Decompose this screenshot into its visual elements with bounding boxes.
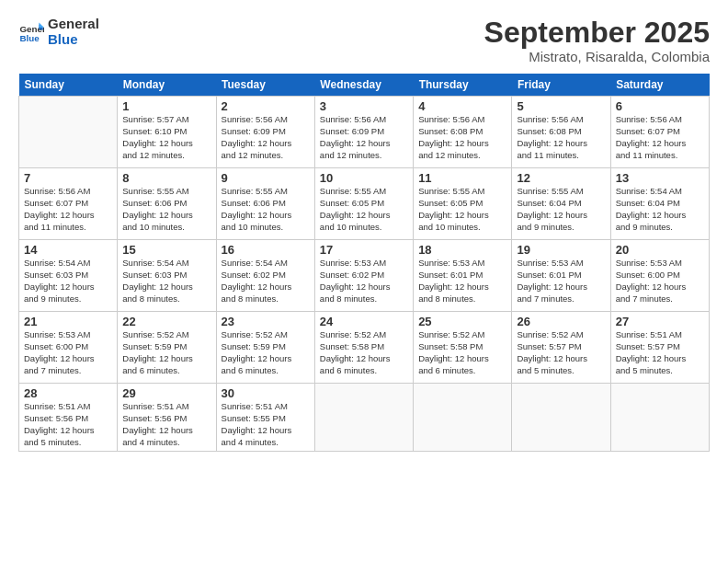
cell-info: Sunrise: 5:57 AMSunset: 6:10 PMDaylight:…	[122, 114, 210, 161]
cell-info: Sunrise: 5:54 AMSunset: 6:03 PMDaylight:…	[24, 258, 112, 304]
cell-2-5: 11Sunrise: 5:55 AMSunset: 6:05 PMDayligh…	[414, 168, 512, 240]
date-number: 17	[320, 243, 408, 257]
calendar-subtitle: Mistrato, Risaralda, Colombia	[484, 49, 710, 64]
cell-info: Sunrise: 5:55 AMSunset: 6:06 PMDaylight:…	[122, 186, 210, 233]
cell-info: Sunrise: 5:53 AMSunset: 6:01 PMDaylight:…	[517, 258, 605, 304]
cell-info: Sunrise: 5:55 AMSunset: 6:05 PMDaylight:…	[418, 186, 506, 233]
cell-1-5: 4Sunrise: 5:56 AMSunset: 6:08 PMDaylight…	[414, 97, 512, 168]
date-number: 10	[320, 171, 408, 185]
cell-2-7: 13Sunrise: 5:54 AMSunset: 6:04 PMDayligh…	[610, 168, 709, 240]
date-number: 22	[122, 315, 210, 328]
svg-text:Blue: Blue	[19, 32, 40, 42]
cell-4-3: 23Sunrise: 5:52 AMSunset: 5:59 PMDayligh…	[216, 312, 314, 384]
date-number: 28	[24, 386, 112, 400]
logo: General Blue General Blue	[18, 17, 99, 47]
cell-1-3: 2Sunrise: 5:56 AMSunset: 6:09 PMDaylight…	[216, 97, 314, 168]
date-number: 21	[24, 315, 112, 328]
cell-info: Sunrise: 5:55 AMSunset: 6:04 PMDaylight:…	[517, 186, 605, 233]
cell-info: Sunrise: 5:53 AMSunset: 6:01 PMDaylight:…	[418, 258, 506, 304]
cell-1-2: 1Sunrise: 5:57 AMSunset: 6:10 PMDaylight…	[118, 97, 216, 168]
cell-info: Sunrise: 5:55 AMSunset: 6:06 PMDaylight:…	[222, 186, 310, 233]
date-number: 18	[418, 243, 506, 257]
cell-info: Sunrise: 5:54 AMSunset: 6:02 PMDaylight:…	[222, 258, 310, 304]
cell-3-4: 17Sunrise: 5:53 AMSunset: 6:02 PMDayligh…	[314, 240, 413, 312]
cell-4-4: 24Sunrise: 5:52 AMSunset: 5:58 PMDayligh…	[314, 312, 413, 384]
date-number: 24	[320, 315, 408, 328]
cell-3-3: 16Sunrise: 5:54 AMSunset: 6:02 PMDayligh…	[216, 240, 314, 312]
cell-info: Sunrise: 5:53 AMSunset: 6:02 PMDaylight:…	[320, 258, 408, 304]
cell-3-1: 14Sunrise: 5:54 AMSunset: 6:03 PMDayligh…	[19, 240, 118, 312]
col-header-friday: Friday	[512, 74, 610, 97]
logo-text: General Blue	[48, 17, 99, 47]
cell-info: Sunrise: 5:53 AMSunset: 6:00 PMDaylight:…	[24, 329, 112, 376]
cell-5-6	[512, 384, 610, 452]
date-number: 2	[222, 99, 310, 113]
date-number: 12	[517, 171, 605, 185]
header: General Blue General Blue September 2025…	[18, 17, 710, 64]
title-block: September 2025 Mistrato, Risaralda, Colo…	[484, 17, 710, 64]
date-number: 7	[24, 171, 112, 185]
cell-info: Sunrise: 5:52 AMSunset: 5:57 PMDaylight:…	[517, 329, 605, 376]
date-number: 23	[222, 315, 310, 328]
cell-info: Sunrise: 5:56 AMSunset: 6:09 PMDaylight:…	[320, 114, 408, 161]
cell-2-3: 9Sunrise: 5:55 AMSunset: 6:06 PMDaylight…	[216, 168, 314, 240]
col-header-thursday: Thursday	[414, 74, 512, 97]
cell-info: Sunrise: 5:56 AMSunset: 6:08 PMDaylight:…	[517, 114, 605, 161]
cell-5-2: 29Sunrise: 5:51 AMSunset: 5:56 PMDayligh…	[118, 384, 216, 452]
col-header-monday: Monday	[118, 74, 216, 97]
date-number: 3	[320, 99, 408, 113]
cell-4-7: 27Sunrise: 5:51 AMSunset: 5:57 PMDayligh…	[610, 312, 709, 384]
cell-info: Sunrise: 5:52 AMSunset: 5:58 PMDaylight:…	[418, 329, 506, 376]
cell-4-5: 25Sunrise: 5:52 AMSunset: 5:58 PMDayligh…	[414, 312, 512, 384]
date-number: 16	[222, 243, 310, 257]
cell-info: Sunrise: 5:54 AMSunset: 6:04 PMDaylight:…	[616, 186, 704, 233]
cell-info: Sunrise: 5:54 AMSunset: 6:03 PMDaylight:…	[122, 258, 210, 304]
cell-info: Sunrise: 5:56 AMSunset: 6:07 PMDaylight:…	[24, 186, 112, 233]
logo-icon: General Blue	[18, 19, 44, 45]
date-number: 26	[517, 315, 605, 328]
cell-info: Sunrise: 5:56 AMSunset: 6:09 PMDaylight:…	[222, 114, 310, 161]
date-number: 6	[616, 99, 704, 113]
cell-4-2: 22Sunrise: 5:52 AMSunset: 5:59 PMDayligh…	[118, 312, 216, 384]
date-number: 30	[222, 386, 310, 400]
cell-2-6: 12Sunrise: 5:55 AMSunset: 6:04 PMDayligh…	[512, 168, 610, 240]
calendar-page: General Blue General Blue September 2025…	[0, 0, 728, 563]
calendar-title: September 2025	[484, 17, 710, 49]
cell-info: Sunrise: 5:52 AMSunset: 5:58 PMDaylight:…	[320, 329, 408, 376]
cell-info: Sunrise: 5:51 AMSunset: 5:56 PMDaylight:…	[24, 401, 112, 448]
cell-info: Sunrise: 5:51 AMSunset: 5:56 PMDaylight:…	[122, 401, 210, 448]
week-row-3: 14Sunrise: 5:54 AMSunset: 6:03 PMDayligh…	[19, 240, 710, 312]
date-number: 11	[418, 171, 506, 185]
cell-info: Sunrise: 5:51 AMSunset: 5:57 PMDaylight:…	[616, 329, 704, 376]
date-number: 13	[616, 171, 704, 185]
cell-info: Sunrise: 5:53 AMSunset: 6:00 PMDaylight:…	[616, 258, 704, 304]
cell-3-6: 19Sunrise: 5:53 AMSunset: 6:01 PMDayligh…	[512, 240, 610, 312]
header-row: SundayMondayTuesdayWednesdayThursdayFrid…	[19, 74, 710, 97]
cell-2-4: 10Sunrise: 5:55 AMSunset: 6:05 PMDayligh…	[314, 168, 413, 240]
cell-info: Sunrise: 5:56 AMSunset: 6:08 PMDaylight:…	[418, 114, 506, 161]
date-number: 1	[122, 99, 210, 113]
week-row-5: 28Sunrise: 5:51 AMSunset: 5:56 PMDayligh…	[19, 384, 710, 452]
cell-info: Sunrise: 5:52 AMSunset: 5:59 PMDaylight:…	[122, 329, 210, 376]
col-header-tuesday: Tuesday	[216, 74, 314, 97]
date-number: 15	[122, 243, 210, 257]
date-number: 25	[418, 315, 506, 328]
col-header-saturday: Saturday	[610, 74, 709, 97]
cell-5-7	[610, 384, 709, 452]
cell-5-5	[414, 384, 512, 452]
cell-3-7: 20Sunrise: 5:53 AMSunset: 6:00 PMDayligh…	[610, 240, 709, 312]
cell-1-6: 5Sunrise: 5:56 AMSunset: 6:08 PMDaylight…	[512, 97, 610, 168]
cell-5-3: 30Sunrise: 5:51 AMSunset: 5:55 PMDayligh…	[216, 384, 314, 452]
date-number: 29	[122, 386, 210, 400]
cell-1-7: 6Sunrise: 5:56 AMSunset: 6:07 PMDaylight…	[610, 97, 709, 168]
col-header-wednesday: Wednesday	[314, 74, 413, 97]
date-number: 4	[418, 99, 506, 113]
cell-5-1: 28Sunrise: 5:51 AMSunset: 5:56 PMDayligh…	[19, 384, 118, 452]
cell-5-4	[314, 384, 413, 452]
date-number: 8	[122, 171, 210, 185]
cell-info: Sunrise: 5:55 AMSunset: 6:05 PMDaylight:…	[320, 186, 408, 233]
date-number: 9	[222, 171, 310, 185]
cell-info: Sunrise: 5:51 AMSunset: 5:55 PMDaylight:…	[222, 401, 310, 448]
week-row-4: 21Sunrise: 5:53 AMSunset: 6:00 PMDayligh…	[19, 312, 710, 384]
date-number: 27	[616, 315, 704, 328]
